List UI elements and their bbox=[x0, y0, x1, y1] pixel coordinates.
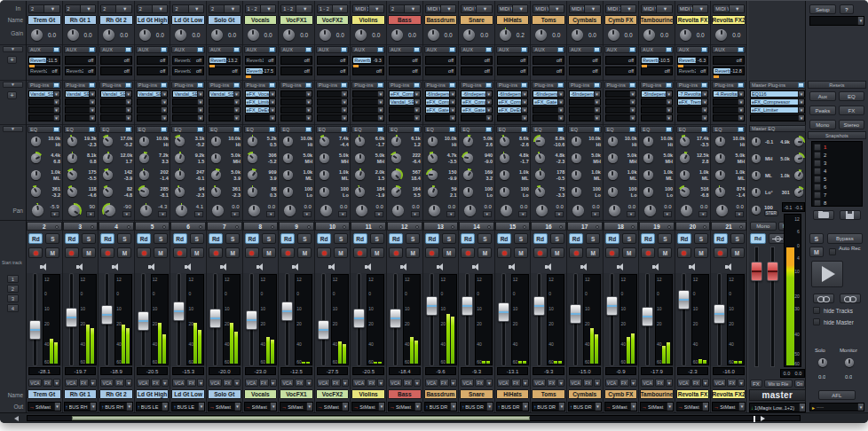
eq-knob[interactable] bbox=[426, 185, 439, 199]
eq-knob[interactable] bbox=[570, 185, 583, 199]
volume-fader[interactable] bbox=[533, 296, 545, 316]
aux-send-slot[interactable]: off bbox=[425, 56, 457, 65]
chevron-down-icon[interactable]: ▼ bbox=[798, 99, 804, 105]
eq-knob[interactable] bbox=[246, 168, 259, 182]
snapshot-checkbox[interactable] bbox=[814, 152, 821, 159]
pan-knob[interactable] bbox=[30, 203, 45, 218]
eq-knob[interactable] bbox=[138, 135, 151, 148]
plugin-slot[interactable]: eFX_Comp ▼ bbox=[461, 98, 493, 106]
chevron-down-icon[interactable]: ▼ bbox=[161, 99, 167, 105]
solo-button[interactable]: S bbox=[117, 233, 131, 244]
fx-button[interactable]: FX bbox=[43, 379, 52, 387]
chevron-down-icon[interactable]: ▼ bbox=[450, 403, 456, 411]
vca-button[interactable]: VCA bbox=[137, 379, 150, 387]
track-name-tab-bottom[interactable]: VocFX1 bbox=[280, 389, 313, 399]
track-name-tab[interactable]: HiHats bbox=[496, 15, 530, 25]
record-button[interactable] bbox=[173, 247, 187, 258]
peak-readout[interactable]: -9.3 bbox=[533, 367, 564, 375]
eq-knob[interactable] bbox=[318, 168, 331, 182]
chevron-down-icon[interactable]: ▼ bbox=[43, 5, 59, 12]
aux-section-header[interactable]: AUX bbox=[351, 46, 385, 53]
speaker-icon[interactable] bbox=[400, 263, 408, 270]
input-select[interactable]: 2▼ bbox=[389, 4, 421, 13]
plugins-section-header[interactable]: Plug-ins bbox=[280, 82, 313, 89]
vca-button[interactable]: VCA bbox=[245, 379, 258, 387]
peak-readout[interactable]: -2.3 bbox=[677, 367, 709, 375]
chevron-down-icon[interactable]: ▼ bbox=[485, 115, 492, 121]
read-automation-button[interactable]: Rd bbox=[425, 233, 439, 244]
input-select[interactable]: 2▼ bbox=[172, 4, 204, 13]
aux-send-slot[interactable]: Reverb1 -10.5 bbox=[641, 56, 673, 65]
snapshot-row[interactable]: 5 bbox=[814, 175, 860, 183]
chevron-down-icon[interactable]: ▼ bbox=[296, 5, 311, 12]
eq-knob[interactable] bbox=[570, 152, 583, 165]
eq-knob[interactable] bbox=[138, 185, 151, 199]
collapse-eq-button[interactable]: ▼ bbox=[3, 126, 23, 132]
chevron-down-icon[interactable]: ▼ bbox=[521, 115, 527, 121]
plugins-section-header[interactable]: Plug-ins bbox=[568, 82, 602, 89]
output-routing[interactable]: ↑BUS DR▼ bbox=[424, 402, 458, 411]
fx-button[interactable]: FX bbox=[475, 379, 485, 387]
track-name-tab[interactable]: Ld Gt Low bbox=[171, 15, 205, 25]
plugins-toggle-icon[interactable] bbox=[414, 82, 420, 88]
eq-knob[interactable] bbox=[606, 185, 619, 199]
channel-number-bar[interactable]: 12 bbox=[387, 222, 422, 231]
plugin-slot[interactable]: eFX_Gate ▼ bbox=[533, 98, 564, 106]
aux-send-slot[interactable]: off bbox=[137, 56, 169, 65]
vca-button[interactable]: VCA bbox=[461, 379, 474, 387]
chevron-down-icon[interactable]: ▼ bbox=[188, 5, 203, 12]
solo-button[interactable]: S bbox=[406, 233, 420, 244]
chevron-down-icon[interactable]: ▼ bbox=[89, 91, 95, 97]
vca-button[interactable]: VCA bbox=[533, 379, 546, 387]
eq-knob[interactable] bbox=[353, 152, 367, 165]
scrollbar-track[interactable] bbox=[27, 415, 801, 421]
eq-knob[interactable] bbox=[173, 168, 186, 182]
plugin-slot[interactable]: Vandal_SE ▼ bbox=[172, 90, 204, 98]
speaker-icon[interactable] bbox=[328, 263, 336, 270]
mute-button[interactable]: M bbox=[225, 247, 240, 258]
vca-button[interactable]: VCA bbox=[317, 379, 330, 387]
plugin-slot[interactable]: ▼ bbox=[100, 114, 132, 121]
plugins-section-header[interactable]: Plug-ins bbox=[316, 82, 350, 89]
eq-knob[interactable] bbox=[390, 152, 403, 165]
eq-knob[interactable] bbox=[318, 185, 331, 199]
aux-send-slot[interactable]: Reverb1 -11.5 bbox=[28, 56, 60, 65]
plugin-slot[interactable]: Vandal_SE ▼ bbox=[209, 90, 241, 98]
chevron-down-icon[interactable]: ▼ bbox=[125, 91, 131, 97]
eq-toggle-icon[interactable] bbox=[594, 127, 600, 132]
mute-button[interactable]: M bbox=[586, 247, 600, 258]
eq-knob[interactable] bbox=[318, 152, 331, 165]
solo-button[interactable]: S bbox=[82, 233, 96, 244]
eq-knob[interactable] bbox=[678, 152, 691, 165]
master-eq-header[interactable]: Master EQ bbox=[749, 125, 806, 132]
setup-preset-select[interactable]: ▼ bbox=[809, 16, 864, 26]
aux-toggle-icon[interactable] bbox=[305, 47, 312, 52]
plugins-toggle-icon[interactable] bbox=[377, 82, 383, 88]
plugin-slot[interactable]: ▼ bbox=[172, 114, 204, 121]
read-automation-button[interactable]: Rd bbox=[641, 233, 655, 244]
aux-send-slot[interactable]: Reverb2 off bbox=[172, 67, 204, 75]
speaker-icon[interactable] bbox=[40, 263, 48, 270]
mute-button[interactable]: M bbox=[262, 247, 276, 258]
chevron-down-icon[interactable]: ▼ bbox=[738, 403, 745, 411]
stereo-button[interactable]: STER bbox=[764, 210, 778, 216]
speaker-icon[interactable] bbox=[365, 263, 373, 270]
aux-send-slot[interactable]: off bbox=[497, 67, 529, 75]
plugins-toggle-icon[interactable] bbox=[594, 82, 600, 88]
chevron-down-icon[interactable]: ▼ bbox=[512, 5, 527, 12]
vca-button[interactable]: VCA bbox=[280, 379, 294, 387]
track-name-tab-bottom[interactable]: Ld Gt Low bbox=[171, 389, 205, 399]
master-plugin-slot[interactable]: eFX_Limiter▼ bbox=[750, 106, 805, 114]
aux-send-slot[interactable]: Reverb2 off bbox=[677, 67, 709, 75]
scroll-right-icon[interactable] bbox=[761, 416, 765, 421]
track-name-tab[interactable]: Rh Gt 1 bbox=[64, 15, 98, 25]
pan-options-button[interactable]: ▼ bbox=[627, 211, 635, 217]
vca-button[interactable]: VCA bbox=[713, 379, 726, 387]
speaker-icon[interactable] bbox=[256, 263, 264, 270]
solo-button[interactable]: S bbox=[262, 233, 276, 244]
plugins-toggle-icon[interactable] bbox=[666, 82, 672, 88]
eq-knob[interactable] bbox=[570, 168, 583, 182]
chevron-down-icon[interactable]: ▼ bbox=[260, 5, 275, 12]
chevron-down-icon[interactable]: ▼ bbox=[522, 379, 529, 387]
input-select[interactable]: MIDI 1▼ bbox=[352, 4, 384, 13]
